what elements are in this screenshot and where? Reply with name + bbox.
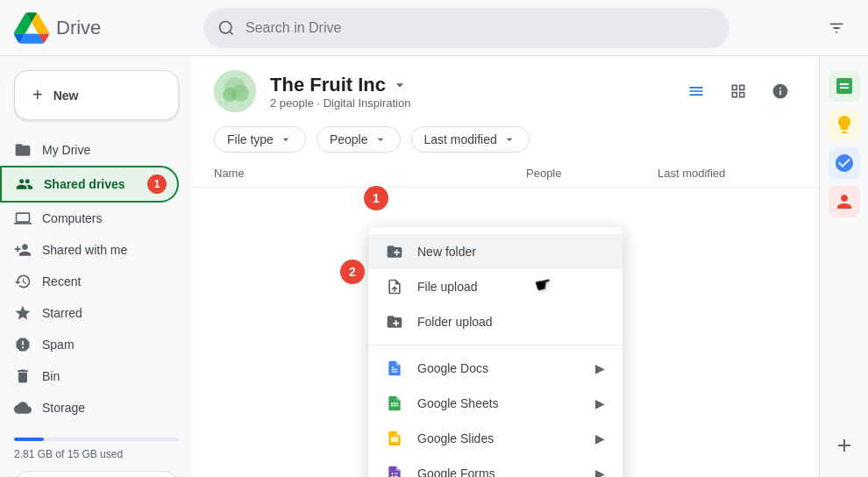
sidebar-item-starred-label: Starred	[42, 306, 82, 320]
menu-item-google-slides-label: Google Slides	[417, 431, 494, 445]
file-type-filter[interactable]: File type	[214, 126, 306, 153]
menu-item-google-forms-label: Google Forms	[417, 466, 495, 477]
people-filter[interactable]: People	[317, 126, 401, 153]
menu-item-google-docs[interactable]: Google Docs ▶	[368, 351, 623, 386]
info-icon	[772, 82, 789, 100]
svg-rect-14	[395, 473, 398, 473]
menu-item-folder-upload[interactable]: Folder upload	[368, 304, 623, 339]
drive-subtitle: 2 people · Digital Inspiration	[270, 96, 410, 110]
people-chevron-icon	[374, 132, 388, 146]
grid-view-button[interactable]	[721, 74, 756, 109]
search-input[interactable]	[245, 20, 715, 36]
menu-item-google-docs-label: Google Docs	[417, 361, 488, 375]
get-more-storage-button[interactable]: Get more storage	[14, 471, 179, 477]
google-forms-icon	[386, 465, 403, 477]
people-label: People	[330, 132, 368, 146]
sidebar: + New My Drive Shared drives 1 Computers	[0, 56, 193, 477]
plus-icon: +	[32, 85, 43, 105]
storage-section: 2.81 GB of 15 GB used Get more storage	[0, 424, 193, 477]
sidebar-item-shared-drives-label: Shared drives	[44, 177, 125, 191]
storage-bar-fill	[14, 438, 44, 441]
svg-rect-11	[397, 405, 399, 407]
menu-item-google-forms[interactable]: Google Forms ▶	[368, 456, 623, 477]
new-button[interactable]: + New	[14, 70, 179, 120]
chevron-down-icon[interactable]	[391, 76, 409, 94]
menu-item-folder-upload-label: Folder upload	[417, 315, 493, 329]
col-people-header: People	[526, 167, 658, 180]
sidebar-item-starred[interactable]: Starred	[0, 297, 179, 329]
delete-icon	[14, 367, 32, 385]
google-docs-arrow-icon: ▶	[595, 361, 605, 375]
tasks-app-icon[interactable]	[829, 147, 860, 179]
topbar-right	[819, 11, 854, 46]
svg-rect-12	[391, 437, 398, 442]
search-bar[interactable]	[203, 8, 729, 48]
filter-settings-button[interactable]	[819, 11, 854, 46]
content-header: The Fruit Inc 2 people · Digital Inspira…	[193, 56, 819, 119]
last-modified-label: Last modified	[424, 132, 497, 146]
menu-item-google-sheets[interactable]: Google Sheets ▶	[368, 386, 623, 421]
menu-item-file-upload-label: File upload	[417, 280, 478, 294]
sidebar-item-shared-with-me[interactable]: Shared with me	[0, 234, 179, 266]
col-name-header: Name	[214, 167, 526, 180]
filter-icon	[827, 18, 846, 38]
groups-icon	[16, 175, 33, 193]
sidebar-item-spam[interactable]: Spam	[0, 329, 179, 360]
svg-rect-7	[394, 402, 396, 404]
menu-item-google-slides[interactable]: Google Slides ▶	[368, 421, 623, 456]
google-sheets-icon	[386, 395, 403, 412]
column-headers: Name People Last modified	[193, 160, 819, 188]
folder-icon	[14, 141, 32, 159]
google-sheets-arrow-icon: ▶	[595, 396, 605, 410]
svg-point-5	[223, 88, 237, 102]
sidebar-item-recent-label: Recent	[42, 274, 81, 288]
filter-row: File type People Last modified	[193, 119, 819, 160]
computer-icon	[14, 210, 32, 227]
keep-app-icon[interactable]	[829, 109, 860, 140]
file-upload-icon	[386, 278, 403, 295]
contacts-app-icon[interactable]	[829, 186, 860, 217]
sidebar-item-spam-label: Spam	[42, 338, 75, 352]
sidebar-item-shared-drives[interactable]: Shared drives 1	[0, 166, 179, 203]
svg-rect-10	[394, 405, 396, 407]
sheets-app-icon[interactable]	[829, 70, 860, 102]
menu-item-new-folder-label: New folder	[417, 245, 476, 259]
menu-item-file-upload[interactable]: File upload	[368, 269, 623, 304]
drive-info: The Fruit Inc 2 people · Digital Inspira…	[270, 74, 410, 110]
file-type-chevron-icon	[279, 132, 293, 146]
folder-upload-icon	[386, 313, 403, 331]
add-apps-button[interactable]	[827, 428, 862, 463]
right-panel	[819, 56, 868, 477]
menu-item-google-sheets-label: Google Sheets	[417, 396, 499, 410]
drive-avatar	[214, 70, 256, 112]
google-docs-icon	[386, 360, 403, 377]
last-modified-filter[interactable]: Last modified	[411, 126, 530, 153]
storage-bar-background	[14, 438, 179, 441]
info-button[interactable]	[763, 74, 798, 109]
sidebar-item-computers[interactable]: Computers	[0, 203, 179, 234]
sidebar-item-storage[interactable]: Storage	[0, 392, 179, 424]
menu-item-new-folder[interactable]: New folder	[368, 234, 623, 269]
sidebar-item-shared-with-me-label: Shared with me	[42, 243, 127, 257]
header-actions	[679, 74, 798, 109]
sidebar-item-storage-label: Storage	[42, 401, 85, 415]
svg-rect-6	[391, 402, 394, 404]
search-icon	[217, 19, 235, 37]
step-1-badge: 1	[364, 186, 388, 210]
shared-drives-badge: 1	[147, 174, 167, 194]
person-add-icon	[14, 241, 32, 259]
list-view-button[interactable]	[679, 74, 714, 109]
menu-divider-1	[368, 345, 623, 345]
col-last-modified-header: Last modified	[658, 167, 798, 180]
sidebar-item-bin-label: Bin	[42, 369, 60, 383]
new-button-label: New	[53, 89, 79, 103]
sidebar-item-my-drive[interactable]: My Drive	[0, 134, 179, 166]
sidebar-item-bin[interactable]: Bin	[0, 360, 179, 392]
cloud-icon	[14, 399, 32, 416]
google-forms-arrow-icon: ▶	[595, 466, 605, 477]
list-view-icon	[687, 82, 705, 100]
sidebar-item-my-drive-label: My Drive	[42, 143, 90, 157]
sidebar-item-recent[interactable]: Recent	[0, 266, 179, 297]
step-2-badge: 2	[340, 260, 365, 284]
file-type-label: File type	[227, 132, 274, 146]
